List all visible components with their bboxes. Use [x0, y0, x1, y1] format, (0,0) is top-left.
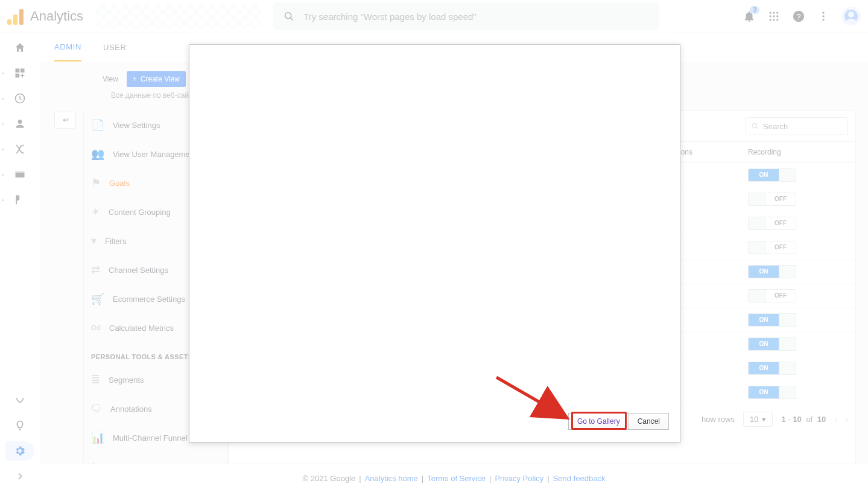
go-to-gallery-button[interactable]: Go to Gallery — [568, 413, 629, 430]
cancel-button[interactable]: Cancel — [629, 413, 669, 430]
gallery-dialog: Go to Gallery Cancel — [189, 44, 680, 442]
